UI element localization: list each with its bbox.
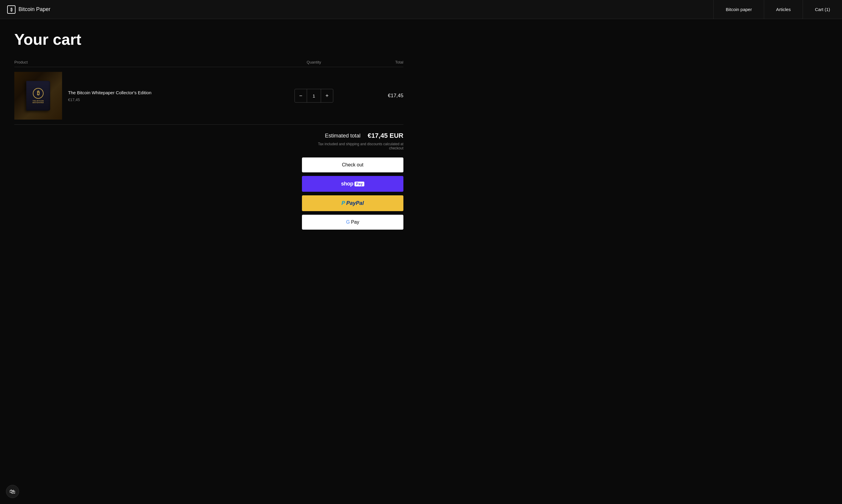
paypal-p-icon: P [341,200,345,206]
cart-table-header: Product Quantity Total [14,57,403,67]
quantity-input[interactable] [307,89,321,102]
paypal-button[interactable]: P PayPal [302,195,403,211]
page-title: Your cart [14,31,403,48]
col-quantity: Quantity [284,60,344,65]
main-nav: Bitcoin paper Articles Cart (1) [714,0,842,19]
header: ₿ Bitcoin Paper Bitcoin paper Articles C… [0,0,842,19]
shop-pay-logo: shop Pay [341,181,364,187]
tax-note: Tax included and shipping and discounts … [308,142,403,150]
quantity-control: − + [284,89,344,103]
product-unit-price: €17,45 [68,97,152,102]
checkout-buttons: Check out shop Pay P PayPal G Pay [302,158,403,230]
nav-item-articles[interactable]: Articles [764,0,803,19]
book-cover: ₿ THE BITCOINWHITEPAPER [26,81,50,111]
col-product: Product [14,60,284,65]
site-logo[interactable]: ₿ Bitcoin Paper [0,0,714,19]
shop-pay-shop-text: shop [341,181,353,187]
logo-text: Bitcoin Paper [18,6,50,13]
estimated-total-row: Estimated total €17,45 EUR [325,132,403,140]
quantity-decrease-button[interactable]: − [295,89,307,102]
row-total: €17,45 [344,93,403,99]
google-pay-button[interactable]: G Pay [302,215,403,230]
quantity-box: − + [295,89,333,103]
estimated-total-amount: €17,45 EUR [368,132,403,140]
quantity-increase-button[interactable]: + [321,89,333,102]
google-g-icon: G [346,219,350,225]
shop-pay-badge: Pay [354,182,364,186]
shopify-bag-icon: 🛍 [10,488,16,495]
book-bitcoin-symbol: ₿ [33,88,43,99]
shopify-badge[interactable]: 🛍 [6,485,19,498]
product-image: ₿ THE BITCOINWHITEPAPER [14,72,62,120]
cart-totals-section: Estimated total €17,45 EUR Tax included … [14,125,403,230]
shop-pay-button[interactable]: shop Pay [302,176,403,192]
paypal-text: PayPal [346,200,364,206]
product-name: The Bitcoin Whitepaper Collector's Editi… [68,89,152,96]
col-total: Total [344,60,403,65]
cart-product: ₿ THE BITCOINWHITEPAPER The Bitcoin Whit… [14,72,284,120]
logo-icon: ₿ [7,5,16,14]
nav-item-cart[interactable]: Cart (1) [803,0,842,19]
estimated-total-label: Estimated total [325,133,361,139]
main-content: Your cart Product Quantity Total ₿ THE B… [0,19,418,241]
cart-row: ₿ THE BITCOINWHITEPAPER The Bitcoin Whit… [14,67,403,125]
book-title-text: THE BITCOINWHITEPAPER [33,100,44,104]
nav-item-bitcoin-paper[interactable]: Bitcoin paper [714,0,764,19]
checkout-button[interactable]: Check out [302,158,403,173]
gpay-text: Pay [351,219,359,225]
product-info: The Bitcoin Whitepaper Collector's Editi… [62,89,152,102]
